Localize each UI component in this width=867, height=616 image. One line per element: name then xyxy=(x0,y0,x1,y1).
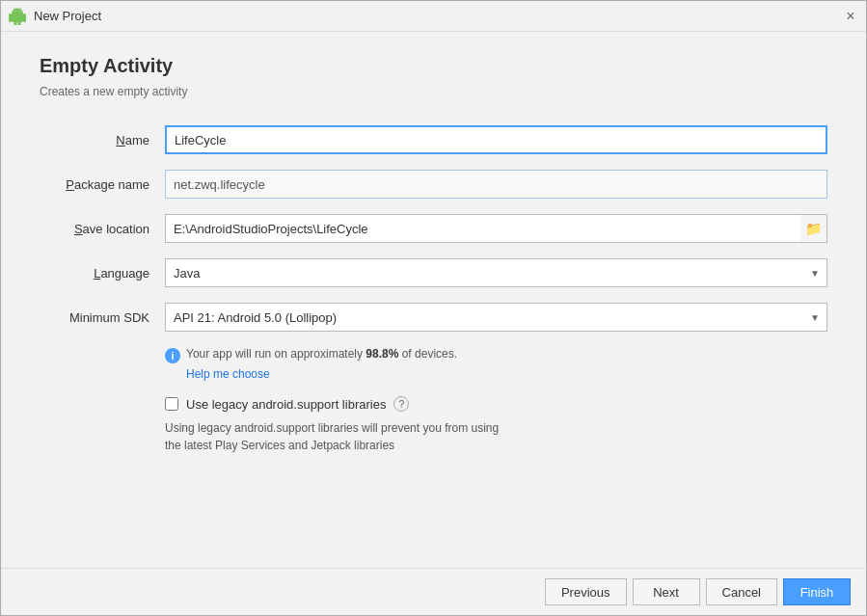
page-subtitle: Creates a new empty activity xyxy=(40,85,827,98)
cancel-button[interactable]: Cancel xyxy=(706,578,777,605)
title-bar-left: New Project xyxy=(9,8,101,25)
main-content: Empty Activity Creates a new empty activ… xyxy=(1,32,866,568)
page-title: Empty Activity xyxy=(40,55,827,77)
language-row: Language Java Kotlin ▼ xyxy=(40,258,827,287)
package-label: Package name xyxy=(40,177,165,192)
min-sdk-row: Minimum SDK API 21: Android 5.0 (Lollipo… xyxy=(40,303,827,332)
next-button[interactable]: Next xyxy=(633,578,700,605)
package-input[interactable] xyxy=(165,170,827,199)
info-section: i Your app will run on approximately 98.… xyxy=(165,347,827,381)
name-input[interactable] xyxy=(165,125,827,154)
save-location-input[interactable] xyxy=(165,214,827,243)
language-select[interactable]: Java Kotlin xyxy=(165,258,827,287)
legacy-warning-text: Using legacy android.support libraries w… xyxy=(165,419,827,454)
legacy-help-icon[interactable]: ? xyxy=(393,396,409,412)
package-row: Package name xyxy=(40,170,827,199)
language-select-wrapper: Java Kotlin ▼ xyxy=(165,258,827,287)
info-text: Your app will run on approximately 98.8%… xyxy=(186,347,457,361)
legacy-checkbox[interactable] xyxy=(165,397,178,411)
min-sdk-select[interactable]: API 21: Android 5.0 (Lollipop) API 22: A… xyxy=(165,303,827,332)
window-title: New Project xyxy=(34,9,101,23)
legacy-checkbox-row: Use legacy android.support libraries ? xyxy=(165,396,827,412)
legacy-checkbox-label: Use legacy android.support libraries xyxy=(186,397,386,412)
footer: Previous Next Cancel Finish xyxy=(1,568,866,615)
previous-button[interactable]: Previous xyxy=(545,578,627,605)
title-bar: New Project × xyxy=(1,1,866,32)
new-project-window: New Project × Empty Activity Creates a n… xyxy=(0,0,867,616)
min-sdk-select-wrapper: API 21: Android 5.0 (Lollipop) API 22: A… xyxy=(165,303,827,332)
help-me-choose-link[interactable]: Help me choose xyxy=(186,367,827,381)
name-row: Name xyxy=(40,125,827,154)
save-location-input-group: 📁 xyxy=(165,214,827,243)
save-location-label: Save location xyxy=(40,222,165,236)
language-label: Language xyxy=(40,266,165,281)
info-row: i Your app will run on approximately 98.… xyxy=(165,347,827,363)
finish-button[interactable]: Finish xyxy=(783,578,851,605)
close-button[interactable]: × xyxy=(843,9,858,24)
save-location-row: Save location 📁 xyxy=(40,214,827,243)
browse-folder-button[interactable]: 📁 xyxy=(800,214,827,243)
min-sdk-label: Minimum SDK xyxy=(40,310,165,325)
name-label: Name xyxy=(40,133,165,147)
info-icon: i xyxy=(165,348,180,363)
android-icon xyxy=(9,8,26,25)
